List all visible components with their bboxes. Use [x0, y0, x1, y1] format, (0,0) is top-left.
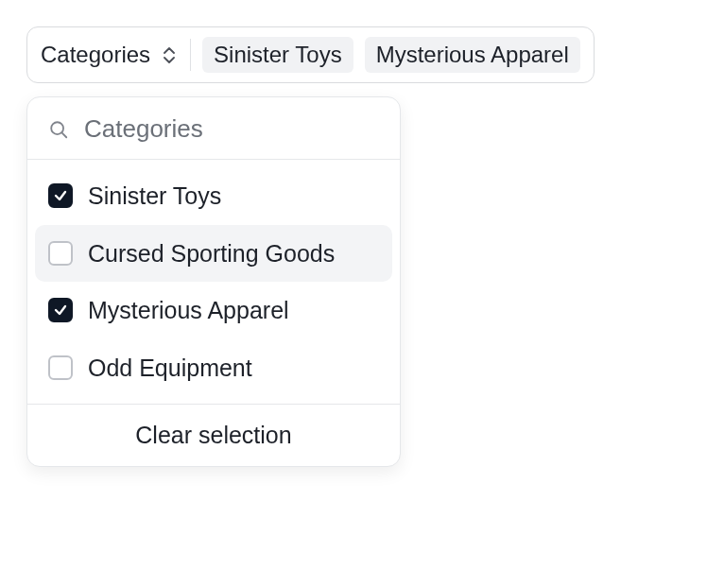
dropdown-footer: Clear selection: [27, 404, 400, 466]
option-odd-equipment[interactable]: Odd Equipment: [35, 339, 392, 397]
dropdown-trigger-label: Categories: [41, 42, 150, 68]
selected-chip: Mysterious Apparel: [365, 37, 580, 73]
chevron-up-down-icon: [164, 47, 175, 63]
search-row: [27, 97, 400, 160]
option-label: Sinister Toys: [88, 181, 221, 212]
option-label: Cursed Sporting Goods: [88, 238, 335, 269]
options-list: Sinister Toys Cursed Sporting Goods Myst…: [27, 160, 400, 404]
search-input[interactable]: [84, 114, 379, 144]
category-dropdown-trigger[interactable]: Categories Sinister Toys Mysterious Appa…: [26, 26, 595, 83]
option-cursed-sporting-goods[interactable]: Cursed Sporting Goods: [35, 225, 392, 283]
option-label: Odd Equipment: [88, 353, 252, 384]
search-icon: [48, 119, 69, 140]
checkbox[interactable]: [48, 183, 73, 208]
checkbox[interactable]: [48, 241, 73, 266]
divider: [190, 39, 191, 71]
checkbox[interactable]: [48, 355, 73, 380]
dropdown-panel: Sinister Toys Cursed Sporting Goods Myst…: [26, 96, 401, 467]
selected-chip: Sinister Toys: [202, 37, 354, 73]
checkbox[interactable]: [48, 298, 73, 322]
clear-selection-button[interactable]: Clear selection: [135, 422, 291, 449]
svg-line-1: [62, 132, 67, 137]
option-mysterious-apparel[interactable]: Mysterious Apparel: [35, 282, 392, 339]
option-label: Mysterious Apparel: [88, 295, 289, 326]
option-sinister-toys[interactable]: Sinister Toys: [35, 167, 392, 225]
